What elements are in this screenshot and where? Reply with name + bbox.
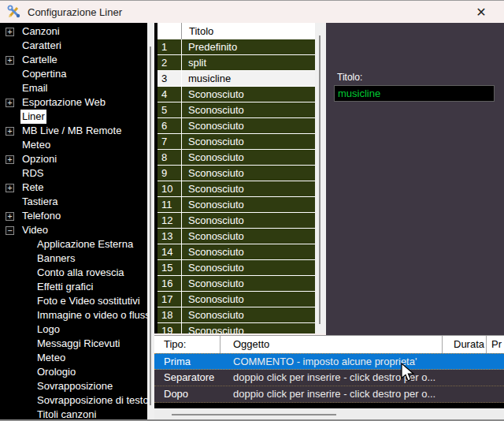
expand-plus-icon[interactable]: + [6,155,14,164]
liner-row[interactable]: 11Sconosciuto [158,197,315,213]
timeline-scrollbar[interactable] [154,408,504,420]
sidebar-item-conto-alla-rovescia[interactable]: Conto alla rovescia [0,266,147,280]
liner-row[interactable]: 13Sconosciuto [158,229,315,244]
liner-row[interactable]: 7Sconosciuto [158,134,315,150]
sidebar-item-canzoni[interactable]: +Canzoni [0,24,147,39]
liner-row[interactable]: 17Sconosciuto [158,292,315,307]
liner-row[interactable]: 14Sconosciuto [158,244,315,260]
row-number: 15 [158,260,182,275]
timeline-row-prima[interactable]: PrimaCOMMENTO - imposto alcune proprieta… [154,353,504,370]
row-title: Predefinito [182,39,237,54]
row-title: split [182,55,206,70]
liner-row[interactable]: 16Sconosciuto [158,276,315,292]
liner-row[interactable]: 19Sconosciuto [158,323,315,333]
timeline-row-separatore[interactable]: Separatoredoppio click per inserire - cl… [154,370,504,386]
sidebar-item-label: Esportazione Web [20,95,107,110]
sidebar-item-cartelle[interactable]: +Cartelle [0,53,147,67]
row-title: Sconosciuto [182,87,244,102]
tools-icon [7,5,21,19]
timeline-row-dopo[interactable]: Dopodoppio click per inserire - click de… [154,386,504,403]
liner-row[interactable]: 5Sconosciuto [158,102,315,118]
sidebar-item-mb-live-mb-remote[interactable]: +MB Live / MB Remote [0,124,147,138]
column-header-pr[interactable]: Pr [487,336,504,353]
sidebar-item-caratteri[interactable]: Caratteri [0,39,147,53]
sidebar-item-label: Meteo [20,138,52,152]
tipo-cell: Prima [154,354,220,369]
row-number: 16 [158,276,182,291]
row-title: Sconosciuto [182,323,244,333]
sidebar-item-video[interactable]: −Video [0,223,147,237]
pr-cell [487,354,504,369]
row-title: Sconosciuto [182,229,244,244]
row-number: 1 [158,39,182,54]
liner-row[interactable]: 4Sconosciuto [158,87,315,102]
expand-plus-icon[interactable]: + [6,127,14,136]
sidebar-item-liner[interactable]: Liner [0,110,147,124]
liner-table-scrollbar[interactable] [315,23,326,333]
sidebar-item-label: Liner [20,110,46,124]
sidebar-item-label: Email [20,81,50,95]
column-header-durata[interactable]: Durata [443,336,487,353]
liner-table-body: 1Predefinito2split3musicline4Sconosciuto… [158,39,315,333]
sidebar-item-tastiera[interactable]: Tastiera [0,195,147,209]
close-button[interactable]: ✕ [469,1,493,23]
timeline-scrollbar-thumb[interactable] [172,414,336,415]
liner-row[interactable]: 15Sconosciuto [158,260,315,276]
sidebar-item-copertina[interactable]: Copertina [0,67,147,81]
window-title: Configurazione Liner [28,6,122,18]
sidebar-item-titoli-canzoni[interactable]: Titoli canzoni [0,408,147,419]
expand-plus-icon[interactable]: + [6,56,14,65]
sidebar-item-telefono[interactable]: +Telefono [0,209,147,223]
row-number: 4 [158,87,182,102]
sidebar-item-label: Banners [35,251,76,266]
timeline-panel: Tipo:OggettoDurataPr PrimaCOMMENTO - imp… [154,335,504,421]
titolo-column-header[interactable]: Titolo [182,23,213,39]
liner-row[interactable]: 8Sconosciuto [158,150,315,166]
liner-table-scrollbar-thumb[interactable] [319,35,321,324]
expand-plus-icon[interactable]: + [6,28,14,36]
sidebar-item-immagine-o-video-o-flusso[interactable]: Immagine o video o flusso [0,308,147,322]
sidebar-item-messaggi-ricevuti[interactable]: Messaggi Ricevuti [0,337,147,351]
sidebar-item-meteo[interactable]: Meteo [0,351,147,365]
row-number: 5 [158,102,182,117]
sidebar-item-orologio[interactable]: Orologio [0,365,147,379]
sidebar-item-email[interactable]: Email [0,81,147,95]
expand-plus-icon[interactable]: + [6,184,14,192]
sidebar-item-foto-e-video-sostitutivi[interactable]: Foto e Video sostitutivi [0,294,147,308]
liner-row[interactable]: 1Predefinito [158,39,315,55]
liner-row[interactable]: 6Sconosciuto [158,118,315,134]
liner-row[interactable]: 9Sconosciuto [158,166,315,181]
sidebar-item-rete[interactable]: +Rete [0,181,147,195]
sidebar-item-opzioni[interactable]: +Opzioni [0,152,147,166]
sidebar-item-label: Orologio [35,365,77,379]
row-title: Sconosciuto [182,118,244,133]
sidebar-item-effetti-grafici[interactable]: Effetti grafici [0,280,147,294]
liner-row[interactable]: 18Sconosciuto [158,307,315,323]
collapse-minus-icon[interactable]: − [6,226,14,235]
titolo-label: Titolo: [337,72,362,83]
liner-row[interactable]: 10Sconosciuto [158,181,315,197]
liner-row[interactable]: 12Sconosciuto [158,213,315,229]
column-header-oggetto[interactable]: Oggetto [220,336,443,353]
sidebar-item-label: Telefono [20,209,62,223]
sidebar-item-label: Conto alla rovescia [35,266,126,280]
sidebar-item-applicazione-esterna[interactable]: Applicazione Esterna [0,237,147,251]
sidebar-item-label: Opzioni [20,152,58,166]
column-header-tipo[interactable]: Tipo: [154,336,220,353]
sidebar-scrollbar-thumb[interactable] [150,47,151,405]
liner-row[interactable]: 2split [158,55,315,71]
expand-plus-icon[interactable]: + [6,99,14,107]
sidebar-scrollbar[interactable] [147,23,154,419]
row-title: Sconosciuto [182,181,244,196]
sidebar-item-sovrapposizione[interactable]: Sovrapposizione [0,379,147,393]
sidebar-item-logo[interactable]: Logo [0,322,147,337]
row-title: musicline [182,71,231,86]
sidebar-item-sovrapposizione-di-testo[interactable]: Sovrapposizione di testo [0,393,147,408]
sidebar-item-esportazione-web[interactable]: +Esportazione Web [0,95,147,110]
titolo-input[interactable] [334,85,495,102]
sidebar-item-meteo[interactable]: Meteo [0,138,147,152]
expand-plus-icon[interactable]: + [6,212,14,221]
liner-row[interactable]: 3musicline [158,71,315,87]
sidebar-item-banners[interactable]: Banners [0,251,147,266]
sidebar-item-rds[interactable]: RDS [0,166,147,181]
